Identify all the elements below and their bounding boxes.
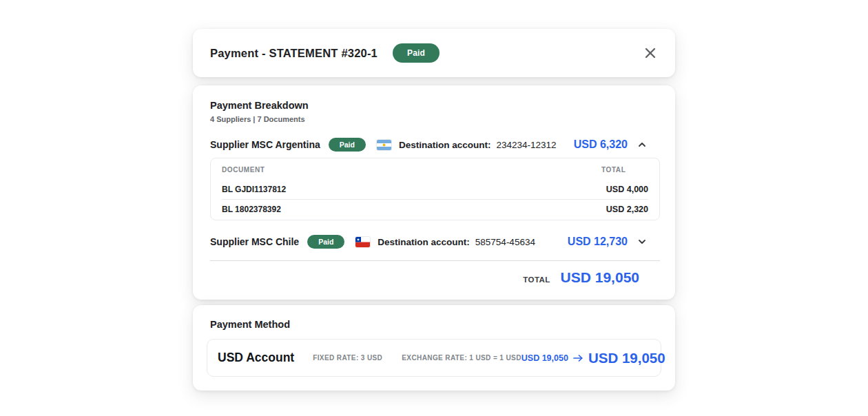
modal-header: Payment - STATEMENT #320-1 Paid bbox=[193, 29, 675, 77]
document-total: USD 4,000 bbox=[601, 185, 648, 194]
supplier-row-argentina[interactable]: Supplier MSC Argentina Paid Destination … bbox=[210, 138, 660, 152]
converted-to-amount: USD 19,050 bbox=[588, 350, 665, 366]
close-icon bbox=[643, 46, 657, 60]
supplier-amount: USD 12,730 bbox=[568, 236, 628, 248]
method-account-name: USD Account bbox=[218, 351, 294, 365]
supplier-row-chile[interactable]: Supplier MSC Chile Paid Destination acco… bbox=[210, 235, 660, 249]
page-background: Payment - STATEMENT #320-1 Paid Payment … bbox=[0, 0, 868, 416]
column-header-total: TOTAL bbox=[601, 166, 648, 174]
close-button[interactable] bbox=[642, 45, 659, 61]
argentina-flag-icon bbox=[377, 140, 391, 150]
destination-account-number: 585754-45634 bbox=[475, 237, 535, 247]
chile-flag-icon bbox=[355, 237, 370, 247]
supplier-name: Supplier MSC Chile bbox=[210, 236, 299, 247]
expand-supplier-button[interactable] bbox=[637, 236, 648, 247]
documents-table: DOCUMENT TOTAL BL GJDI1137812 USD 4,000 … bbox=[210, 158, 660, 220]
payment-method-card: Payment Method USD Account FIXED RATE: 3… bbox=[193, 305, 675, 391]
supplier-status-badge: Paid bbox=[307, 235, 344, 249]
destination-account-number: 234234-12312 bbox=[496, 140, 556, 150]
collapse-supplier-button[interactable] bbox=[637, 139, 648, 150]
document-total: USD 2,320 bbox=[601, 205, 648, 214]
document-name: BL GJDI1137812 bbox=[222, 185, 286, 194]
converted-from-amount: USD 19,050 bbox=[521, 353, 568, 363]
supplier-status-badge: Paid bbox=[329, 138, 366, 152]
total-label: TOTAL bbox=[523, 275, 550, 284]
chevron-up-icon bbox=[637, 139, 648, 150]
destination-account-label: Destination account: bbox=[378, 237, 470, 247]
total-row: TOTAL USD 19,050 bbox=[210, 269, 660, 286]
destination-account-label: Destination account: bbox=[399, 140, 491, 150]
supplier-amount: USD 6,320 bbox=[574, 138, 628, 151]
documents-table-header: DOCUMENT TOTAL bbox=[222, 159, 648, 180]
column-header-document: DOCUMENT bbox=[222, 166, 265, 174]
breakdown-title: Payment Breakdown bbox=[210, 100, 660, 111]
fixed-rate-label: FIXED RATE: 3 USD bbox=[313, 354, 382, 362]
total-divider bbox=[210, 260, 660, 261]
table-row: BL GJDI1137812 USD 4,000 bbox=[222, 180, 648, 199]
payment-method-option-usd-account[interactable]: USD Account FIXED RATE: 3 USD EXCHANGE R… bbox=[207, 339, 661, 377]
modal-title: Payment - STATEMENT #320-1 bbox=[210, 47, 378, 60]
document-name: BL 1802378392 bbox=[222, 205, 281, 214]
arrow-right-icon bbox=[573, 354, 583, 362]
status-badge: Paid bbox=[393, 43, 440, 63]
total-amount: USD 19,050 bbox=[561, 269, 639, 286]
exchange-rate-label: EXCHANGE RATE: 1 USD = 1 USD bbox=[402, 354, 521, 362]
chevron-down-icon bbox=[637, 236, 648, 247]
breakdown-subtitle: 4 Suppliers | 7 Documents bbox=[210, 115, 660, 123]
payment-breakdown-card: Payment Breakdown 4 Suppliers | 7 Docume… bbox=[193, 85, 675, 300]
table-row: BL 1802378392 USD 2,320 bbox=[222, 200, 648, 219]
supplier-name: Supplier MSC Argentina bbox=[210, 139, 320, 150]
payment-method-title: Payment Method bbox=[210, 319, 660, 330]
payment-modal: Payment - STATEMENT #320-1 Paid Payment … bbox=[193, 29, 675, 391]
